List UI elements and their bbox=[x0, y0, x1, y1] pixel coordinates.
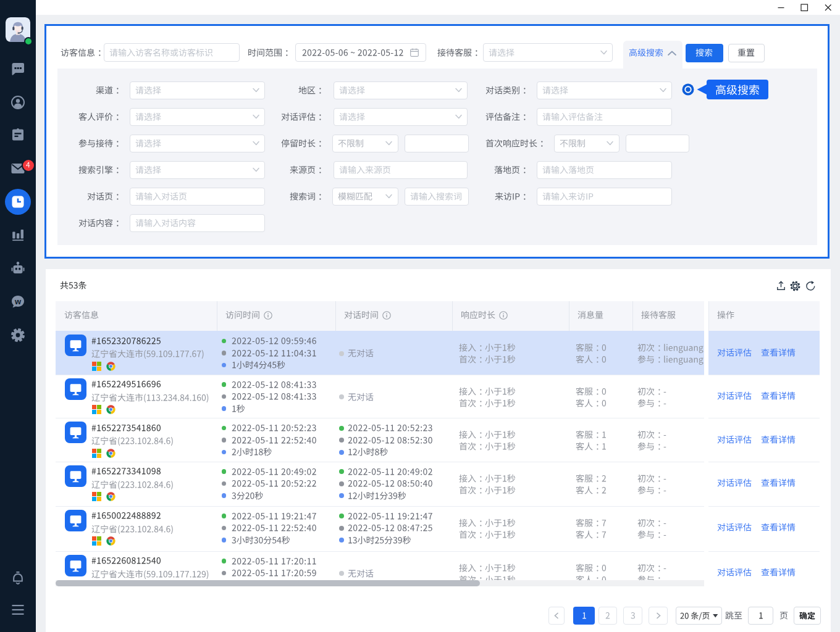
svg-text:w: w bbox=[14, 296, 22, 306]
